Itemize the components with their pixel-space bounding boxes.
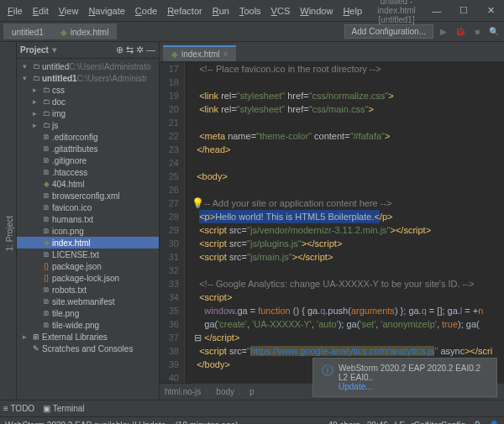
tree-item-404-html[interactable]: ◆ 404.html: [17, 178, 159, 190]
close-button[interactable]: ✕: [480, 4, 501, 18]
editor-tab-index-html[interactable]: ◆ index.html ×: [163, 45, 236, 61]
tree-item-index-html[interactable]: ◆ index.html: [17, 237, 159, 249]
tree-item-site-webmanifest[interactable]: 🗎 site.webmanifest: [17, 296, 159, 307]
folder-icon: 🗀: [40, 120, 52, 130]
project-tree[interactable]: ▾🗀 untitled C:\Users\Administrato▾🗀 unti…: [17, 59, 159, 400]
window-title: untitled - index.html [untitled1]: [366, 0, 427, 24]
folder-icon: 🗀: [40, 85, 52, 95]
folder-icon: 🗀: [40, 108, 52, 118]
lib-icon: ⊞: [30, 332, 42, 342]
tree-item-package-json[interactable]: {} package.json: [17, 260, 159, 272]
tree-item-scratches-and-consoles[interactable]: ✎ Scratches and Consoles: [17, 343, 159, 354]
todo-tool-tab[interactable]: ≡ TODO: [3, 404, 34, 413]
menu-tools[interactable]: Tools: [235, 4, 265, 18]
tree-item--gitignore[interactable]: 🗎 .gitignore: [17, 154, 159, 166]
project-crumb[interactable]: untitled1: [3, 24, 52, 39]
menu-file[interactable]: File: [3, 4, 27, 18]
run-toolbar: Add Configuration... ▶ 🐞 ■ 🔍: [344, 24, 504, 39]
notification-title: WebStorm 2020.2 EAP 2020.2 EAI0.2 L2 EAI…: [339, 364, 488, 382]
tree-item--editorconfig[interactable]: 🗎 .editorconfig: [17, 131, 159, 143]
breadcrumb-html-no-js[interactable]: html.no-js: [165, 387, 201, 396]
menu-edit[interactable]: Edit: [29, 4, 53, 18]
window-controls: — ☐ ✕: [427, 4, 501, 18]
bottom-tool-bar: ≡ TODO ▣ Terminal: [0, 400, 504, 416]
hide-panel-icon[interactable]: —: [146, 44, 155, 55]
tree-item-robots-txt[interactable]: 🗎 robots.txt: [17, 284, 159, 296]
file-icon: 🗎: [40, 249, 52, 259]
tree-item-untitled1[interactable]: ▾🗀 untitled1 C:\Users\Administr: [17, 72, 159, 84]
status-caret-pos[interactable]: 28:46: [367, 421, 388, 424]
minimize-button[interactable]: —: [427, 4, 447, 18]
tree-item-humans-txt[interactable]: 🗎 humans.txt: [17, 213, 159, 225]
folder-icon: 🗀: [30, 73, 42, 83]
json-icon: {}: [40, 261, 52, 271]
breadcrumb-p[interactable]: p: [249, 387, 255, 396]
stop-icon[interactable]: ■: [470, 25, 484, 39]
file-icon: 🗎: [40, 214, 52, 224]
notification-update-link[interactable]: Update...: [339, 382, 488, 391]
menu-view[interactable]: View: [55, 4, 83, 18]
file-icon: 🗎: [40, 296, 52, 306]
scratch-icon: ✎: [30, 343, 42, 353]
tree-item-package-lock-json[interactable]: {} package-lock.json: [17, 272, 159, 284]
project-tool-tab[interactable]: 1: Project: [3, 211, 16, 256]
menu-help[interactable]: Help: [339, 4, 366, 18]
settings-icon[interactable]: ✲: [136, 44, 144, 55]
project-panel: Project ▾ ⊕ ⇆ ✲ — ▾🗀 untitled C:\Users\A…: [17, 42, 160, 400]
run-icon[interactable]: ▶: [437, 25, 450, 39]
code-area[interactable]: <!-- Place favicon.ico in the root direc…: [185, 62, 504, 383]
editor-tab-label: index.html: [181, 50, 220, 59]
close-tab-icon[interactable]: ×: [223, 50, 228, 59]
debug-icon[interactable]: 🐞: [454, 25, 467, 39]
inspection-icon[interactable]: 👤: [489, 421, 499, 424]
tree-item-tile-png[interactable]: 🗎 tile.png: [17, 307, 159, 319]
lock-icon[interactable]: 🔒: [472, 421, 482, 424]
tree-item-tile-wide-png[interactable]: 🗎 tile-wide.png: [17, 319, 159, 331]
file-crumb[interactable]: ◆index.html: [52, 24, 118, 39]
project-view-dropdown-icon[interactable]: ▾: [52, 44, 57, 55]
tree-item--htaccess[interactable]: 🗎 .htaccess: [17, 166, 159, 178]
tree-item-browserconfig-xml[interactable]: 🗎 browserconfig.xml: [17, 190, 159, 202]
status-message[interactable]: WebStorm 2020.2 EAP available: // Update…: [5, 421, 239, 424]
tree-item-js[interactable]: ▸🗀 js: [17, 119, 159, 131]
collapse-all-icon[interactable]: ⇆: [126, 44, 134, 55]
tree-item-favicon-ico[interactable]: 🗎 favicon.ico: [17, 202, 159, 213]
status-encoding[interactable]: rCoñitorConfig: [412, 421, 465, 424]
search-icon[interactable]: 🔍: [487, 25, 501, 39]
info-icon: ⓘ: [322, 364, 333, 391]
file-icon: 🗎: [40, 308, 52, 318]
tree-item-icon-png[interactable]: 🗎 icon.png: [17, 225, 159, 237]
status-bar: WebStorm 2020.2 EAP available: // Update…: [0, 416, 504, 424]
terminal-tool-tab[interactable]: ▣ Terminal: [43, 404, 84, 413]
menu-navigate[interactable]: Navigate: [84, 4, 129, 18]
html-icon: ◆: [40, 238, 52, 248]
breadcrumb-body[interactable]: body: [216, 387, 234, 396]
tree-item-doc[interactable]: ▸🗀 doc: [17, 96, 159, 107]
project-panel-header: Project ▾ ⊕ ⇆ ✲ —: [17, 42, 159, 59]
folder-icon: 🗀: [40, 97, 52, 107]
file-icon: 🗎: [40, 167, 52, 177]
tree-item--gitattributes[interactable]: 🗎 .gitattributes: [17, 143, 159, 154]
status-chars: 40 chars: [328, 421, 360, 424]
navigation-bar: untitled1 ◆index.html Add Configuration.…: [0, 22, 504, 42]
select-opened-file-icon[interactable]: ⊕: [116, 44, 123, 55]
file-icon: 🗎: [40, 191, 52, 201]
tree-item-css[interactable]: ▸🗀 css: [17, 84, 159, 96]
tree-item-untitled[interactable]: ▾🗀 untitled C:\Users\Administrato: [17, 60, 159, 72]
menu-code[interactable]: Code: [131, 4, 161, 18]
editor-content[interactable]: 1718192021222324252627282930313233343536…: [160, 62, 504, 383]
file-icon: 🗎: [40, 144, 52, 154]
status-line-ending[interactable]: LF: [395, 421, 405, 424]
update-notification[interactable]: ⓘ WebStorm 2020.2 EAP 2020.2 EAI0.2 L2 E…: [312, 358, 497, 397]
file-crumb-label: index.html: [71, 28, 109, 37]
tree-item-img[interactable]: ▸🗀 img: [17, 107, 159, 119]
file-icon: 🗎: [40, 226, 52, 236]
menu-window[interactable]: Window: [296, 4, 337, 18]
maximize-button[interactable]: ☐: [454, 4, 474, 18]
menu-run[interactable]: Run: [208, 4, 234, 18]
menu-vcs[interactable]: VCS: [267, 4, 295, 18]
tree-item-license-txt[interactable]: 🗎 LICENSE.txt: [17, 249, 159, 260]
tree-item-external-libraries[interactable]: ▸⊞ External Libraries: [17, 331, 159, 343]
add-configuration-button[interactable]: Add Configuration...: [344, 24, 433, 39]
menu-refactor[interactable]: Refactor: [163, 4, 207, 18]
